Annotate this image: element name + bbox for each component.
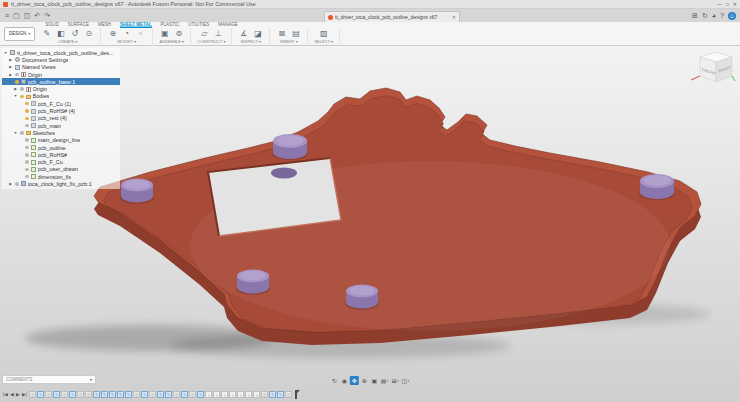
expand-arrow-icon[interactable]: ▼: [3, 51, 8, 55]
display-settings-icon[interactable]: ▤▾: [380, 376, 390, 385]
go-to-start-icon[interactable]: |◀: [3, 392, 8, 397]
expand-arrow-icon[interactable]: ▼: [13, 94, 18, 98]
fillet-icon[interactable]: ◔: [121, 28, 132, 39]
expand-arrow-icon[interactable]: ▼: [13, 131, 18, 135]
timeline-feature-icon[interactable]: ◫: [133, 391, 140, 398]
timeline-sketch-icon[interactable]: ✎: [69, 391, 76, 398]
timeline-sketch-icon[interactable]: ✎: [197, 391, 204, 398]
browser-item-bodies[interactable]: ▼Bodies: [2, 93, 120, 100]
visibility-icon[interactable]: [25, 117, 29, 121]
orbit-icon[interactable]: ↻: [330, 376, 339, 385]
browser-item-tt-driver-toca-clock-pcb-outline-des[interactable]: ▼tt_driver_toca_clock_pcb_outline_des...: [2, 49, 120, 56]
zoom-icon[interactable]: ⊕: [360, 376, 369, 385]
expand-arrow-icon[interactable]: ▶: [8, 182, 13, 186]
profile-avatar[interactable]: ☺: [728, 12, 736, 20]
ribbon-group-label-select[interactable]: SELECT ▾: [314, 39, 333, 46]
browser-item-origin[interactable]: ▶Origin: [2, 71, 120, 78]
ribbon-group-label-create[interactable]: CREATE ▾: [58, 39, 77, 46]
browser-item-dimension-fix[interactable]: dimension_fix: [2, 173, 120, 180]
timeline-construction-icon[interactable]: +: [245, 391, 252, 398]
browser-item-sketches[interactable]: ▼Sketches: [2, 129, 120, 136]
ribbon-group-label-assemble[interactable]: ASSEMBLE ▾: [159, 39, 184, 46]
visibility-icon[interactable]: [15, 73, 19, 77]
measure-icon[interactable]: ∡: [238, 28, 249, 39]
viewports-icon[interactable]: ◫▾: [401, 376, 411, 385]
browser-item-pcb-outline-base-1[interactable]: ▼pcb_outline_base:1: [2, 78, 120, 85]
timeline-construction-icon[interactable]: +: [253, 391, 260, 398]
go-to-end-icon[interactable]: ▶|: [22, 392, 27, 397]
undo-icon[interactable]: ↶: [34, 10, 40, 21]
ribbon-group-label-construct[interactable]: CONSTRUCT ▾: [197, 39, 225, 46]
grid-snaps-icon[interactable]: ⊞▾: [390, 376, 399, 385]
timeline-sketch-icon[interactable]: ✎: [269, 391, 276, 398]
timeline-construction-icon[interactable]: +: [221, 391, 228, 398]
comments-panel[interactable]: COMMENTS ▾: [2, 375, 96, 384]
joint-icon[interactable]: ⊚: [173, 28, 184, 39]
timeline-feature-icon[interactable]: ◫: [285, 391, 292, 398]
timeline-feature-icon[interactable]: ◫: [29, 391, 36, 398]
timeline-feature-icon[interactable]: ◫: [261, 391, 268, 398]
revolve-icon[interactable]: ↺: [69, 28, 80, 39]
viewport-canvas[interactable]: ▼tt_driver_toca_clock_pcb_outline_des...…: [0, 46, 740, 402]
ribbon-group-label-insert[interactable]: INSERT ▾: [280, 39, 298, 46]
browser-item-pcb-rest-4[interactable]: pcb_rest (4): [2, 115, 120, 122]
visibility-icon[interactable]: [25, 102, 29, 106]
timeline-feature-icon[interactable]: ◫: [173, 391, 180, 398]
redo-icon[interactable]: ↷: [44, 10, 50, 21]
visibility-icon[interactable]: [20, 131, 24, 135]
file-menu-icon[interactable]: ≡: [5, 10, 9, 21]
new-component-icon[interactable]: ▣: [159, 28, 170, 39]
browser-item-pcb-main[interactable]: pcb_main: [2, 122, 120, 129]
create-sketch-icon[interactable]: ✎: [41, 28, 52, 39]
timeline-sketch-icon[interactable]: ✎: [101, 391, 108, 398]
timeline-sketch-icon[interactable]: ✎: [165, 391, 172, 398]
visibility-icon[interactable]: [25, 124, 29, 128]
save-icon[interactable]: ◫: [24, 10, 31, 21]
visibility-icon[interactable]: [15, 80, 19, 84]
browser-item-main-design-line[interactable]: main_design_line: [2, 137, 120, 144]
maximize-button[interactable]: □: [726, 0, 729, 8]
press-pull-icon[interactable]: ⊕: [107, 28, 118, 39]
timeline-feature-icon[interactable]: ◫: [45, 391, 52, 398]
ribbon-group-label-modify[interactable]: MODIFY ▾: [117, 39, 136, 46]
browser-item-toca-clock-light-fix-pcb-1[interactable]: ▶toca_clock_light_fix_pcb:1: [2, 180, 120, 187]
timeline-sketch-icon[interactable]: ✎: [125, 391, 132, 398]
timeline-feature-icon[interactable]: ◫: [77, 391, 84, 398]
decal-icon[interactable]: ▤: [290, 28, 301, 39]
visibility-icon[interactable]: [25, 175, 29, 179]
timeline-sketch-icon[interactable]: ✎: [277, 391, 284, 398]
visibility-icon[interactable]: [25, 109, 29, 113]
new-design-icon[interactable]: ▢: [13, 10, 20, 21]
insert-mesh-icon[interactable]: ⊠: [276, 28, 287, 39]
timeline-sketch-icon[interactable]: ✎: [117, 391, 124, 398]
browser-item-pcb-outline[interactable]: pcb_outline: [2, 144, 120, 151]
close-button[interactable]: ✕: [733, 0, 737, 8]
timeline-sketch-icon[interactable]: ✎: [53, 391, 60, 398]
visibility-icon[interactable]: [20, 87, 24, 91]
plane-icon[interactable]: ▱: [199, 28, 210, 39]
timeline-construction-icon[interactable]: +: [213, 391, 220, 398]
hole-icon[interactable]: ⊙: [83, 28, 94, 39]
timeline-feature-icon[interactable]: ◫: [85, 391, 92, 398]
ribbon-group-label-inspect[interactable]: INSPECT ▾: [241, 39, 261, 46]
job-status-icon[interactable]: ↻: [702, 12, 708, 20]
shell-icon[interactable]: ▫: [135, 28, 146, 39]
visibility-icon[interactable]: [15, 182, 19, 186]
timeline-sketch-icon[interactable]: ✎: [109, 391, 116, 398]
visibility-icon[interactable]: [25, 153, 29, 157]
play-icon[interactable]: ▶: [16, 392, 19, 397]
visibility-icon[interactable]: [25, 138, 29, 142]
browser-item-named-views[interactable]: ▶Named Views: [2, 64, 120, 71]
expand-arrow-icon[interactable]: ▶: [13, 87, 18, 91]
tab-close-icon[interactable]: ✕: [452, 14, 456, 20]
help-icon[interactable]: ?: [720, 12, 724, 19]
browser-item-pcb-f-cu[interactable]: pcb_F_Cu: [2, 158, 120, 165]
section-analysis-icon[interactable]: ◪: [252, 28, 263, 39]
notifications-icon[interactable]: ◕: [712, 12, 716, 19]
expand-arrow-icon[interactable]: ▶: [8, 73, 13, 77]
select-icon[interactable]: ▨: [318, 28, 329, 39]
document-tab[interactable]: tt_driver_toca_clock_pcb_outline_designs…: [324, 11, 460, 22]
browser-item-document-settings[interactable]: ▶Document Settings: [2, 56, 120, 63]
view-cube[interactable]: FRONT RIGHT: [690, 48, 736, 90]
axis-icon[interactable]: ⊥: [213, 28, 224, 39]
